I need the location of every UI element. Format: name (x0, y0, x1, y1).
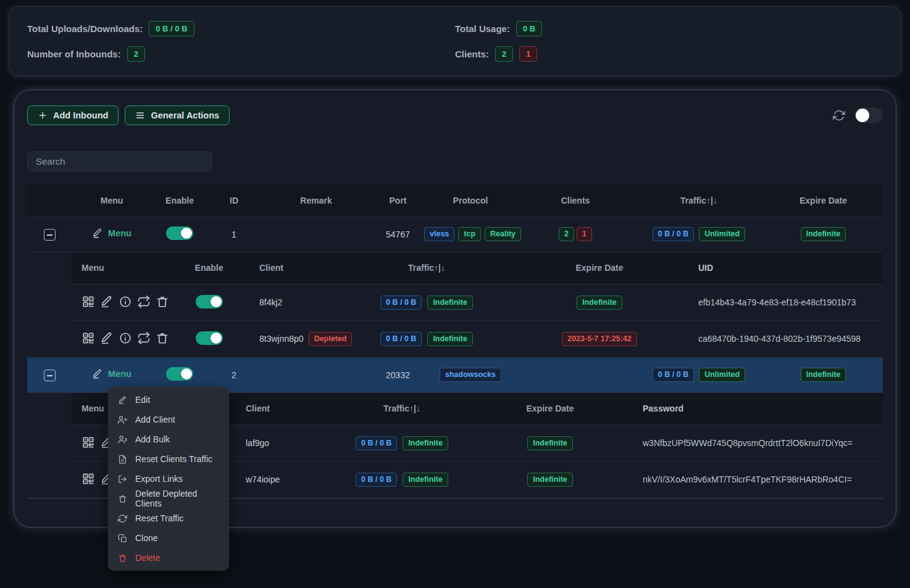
remark-column-header: Remark (261, 184, 372, 217)
traffic-cell: 0 B / 0 B Indefinite (346, 284, 507, 321)
traffic-column-header[interactable]: Traffic↑|↓ (634, 184, 764, 217)
menu-item-add-client[interactable]: Add Client (108, 410, 229, 429)
collapse-row-button[interactable] (44, 370, 56, 381)
clone-icon (118, 534, 127, 543)
edit-icon (92, 228, 103, 239)
traffic-badge: 0 B / 0 B (380, 332, 422, 346)
minus-icon (47, 234, 52, 236)
menu-item-label: Add Client (135, 415, 175, 424)
traffic-badge: 0 B / 0 B (380, 296, 422, 310)
trash-icon[interactable] (156, 295, 169, 308)
repeat-icon[interactable] (137, 331, 151, 345)
traffic-column-header[interactable]: Traffic↑|↓ (331, 393, 473, 425)
menu-item-label: Add Bulk (135, 434, 170, 444)
clients-cell: 2 1 (517, 217, 634, 252)
qr-code-icon[interactable] (81, 436, 95, 449)
uid-column-header: UID (692, 252, 883, 284)
stat-label: Clients: (455, 49, 489, 59)
menu-item-label: Delete Depleted Clients (135, 489, 219, 508)
toolbar-right (833, 107, 883, 123)
stat-total-usage: Total Usage: 0 B (455, 19, 883, 38)
info-icon[interactable] (119, 295, 132, 308)
add-inbound-label: Add Inbound (53, 110, 108, 120)
edit-icon[interactable] (100, 331, 114, 345)
password-cell: nkV/I/3XoAm9v6xMT/T5lcrF4TpeTKF98rHARbRo… (627, 462, 883, 498)
stat-value-badge: 0 B / 0 B (149, 21, 194, 36)
remark-cell (261, 217, 372, 252)
enable-toggle[interactable] (196, 331, 223, 345)
menu-item-label: Export Links (135, 474, 183, 484)
client-row: 8f4kj2 0 B / 0 B Indefinite Indefinite (72, 284, 883, 321)
export-icon (118, 474, 127, 484)
expire-badge: Indefinite (527, 436, 573, 450)
expire-column-header: Expire Date (473, 393, 627, 425)
traffic-limit-badge: Indefinite (427, 332, 473, 346)
stat-clients: Clients: 2 1 (455, 44, 883, 63)
menu-item-edit[interactable]: Edit (108, 390, 229, 410)
search-input[interactable] (27, 151, 212, 172)
trash-icon[interactable] (156, 331, 169, 345)
uid-cell: ca68470b-1940-437d-802b-1f9573e94598 (692, 321, 883, 357)
enable-column-header: Enable (186, 252, 232, 284)
clients-header-row: Menu Enable Client Traffic↑|↓ Expire Dat… (72, 252, 883, 284)
stat-total-uploads-downloads: Total Uploads/Downloads: 0 B / 0 B (27, 19, 455, 38)
inbound-menu-button[interactable]: Menu (92, 228, 131, 239)
stat-label: Total Uploads/Downloads: (27, 23, 143, 34)
expire-cell: 2023-5-7 17:25:42 (507, 321, 692, 357)
menu-item-delete-depleted-clients[interactable]: Delete Depleted Clients (108, 489, 229, 508)
expire-badge: Indefinite (801, 368, 846, 382)
menu-item-reset-traffic[interactable]: Reset Traffic (108, 508, 229, 528)
menu-item-label: Reset Clients Traffic (135, 454, 212, 464)
traffic-limit-badge: Unlimited (699, 368, 745, 382)
protocol-cell: vless tcp Reality (424, 217, 517, 252)
general-actions-button[interactable]: General Actions (125, 106, 230, 125)
protocol-tag: vless (424, 227, 454, 241)
user-plus-icon (118, 415, 127, 424)
clients-cell (517, 357, 634, 392)
info-icon[interactable] (119, 331, 132, 345)
stats-panel: Total Uploads/Downloads: 0 B / 0 B Numbe… (9, 6, 901, 77)
traffic-cell: 0 B / 0 B Indefinite (331, 462, 473, 498)
users-icon (118, 435, 127, 444)
expire-cell: Indefinite (764, 217, 883, 252)
menu-item-delete[interactable]: Delete (108, 548, 229, 568)
qr-code-icon[interactable] (81, 295, 95, 308)
add-inbound-button[interactable]: Add Inbound (27, 106, 119, 125)
traffic-badge: 0 B / 0 B (356, 473, 397, 487)
qr-code-icon[interactable] (81, 331, 95, 345)
clients-table: Menu Enable Client Traffic↑|↓ Expire Dat… (72, 252, 883, 357)
client-actions (72, 321, 186, 357)
qr-code-icon[interactable] (81, 472, 95, 486)
traffic-cell: 0 B / 0 B Unlimited (634, 357, 764, 392)
refresh-icon[interactable] (833, 109, 845, 122)
traffic-cell: 0 B / 0 B Indefinite (331, 425, 473, 462)
client-actions (72, 284, 186, 321)
toolbar: Add Inbound General Actions (27, 106, 883, 125)
expire-badge: Indefinite (577, 296, 622, 310)
protocol-column-header: Protocol (424, 184, 517, 217)
minus-icon (47, 375, 52, 376)
depleted-badge: Depleted (309, 332, 353, 346)
traffic-column-header[interactable]: Traffic↑|↓ (346, 252, 507, 284)
enable-toggle[interactable] (166, 367, 193, 381)
enable-toggle[interactable] (166, 226, 193, 240)
enable-toggle[interactable] (196, 295, 223, 308)
menu-item-add-bulk[interactable]: Add Bulk (108, 429, 229, 449)
inbound-menu-button[interactable]: Menu (92, 368, 131, 379)
clients-column-header: Clients (517, 184, 634, 217)
enable-column-header: Enable (152, 184, 207, 217)
expire-cell: Indefinite (764, 357, 883, 392)
repeat-icon[interactable] (137, 295, 151, 308)
clients-active-badge: 2 (495, 46, 513, 62)
collapse-row-button[interactable] (44, 229, 56, 241)
toolbar-toggle[interactable] (854, 107, 883, 123)
traffic-limit-badge: Indefinite (427, 296, 473, 310)
client-row: 8t3wjnn8p0 Depleted 0 B / 0 B Indefinite (72, 321, 883, 357)
client-name: 8t3wjnn8p0 (259, 334, 304, 344)
menu-item-clone[interactable]: Clone (108, 528, 229, 548)
menu-item-reset-clients-traffic[interactable]: Reset Clients Traffic (108, 449, 229, 469)
clients-depleted-badge: 1 (519, 46, 537, 62)
traffic-badge: 0 B / 0 B (653, 368, 694, 382)
menu-item-export-links[interactable]: Export Links (108, 469, 229, 489)
edit-icon[interactable] (100, 295, 114, 308)
